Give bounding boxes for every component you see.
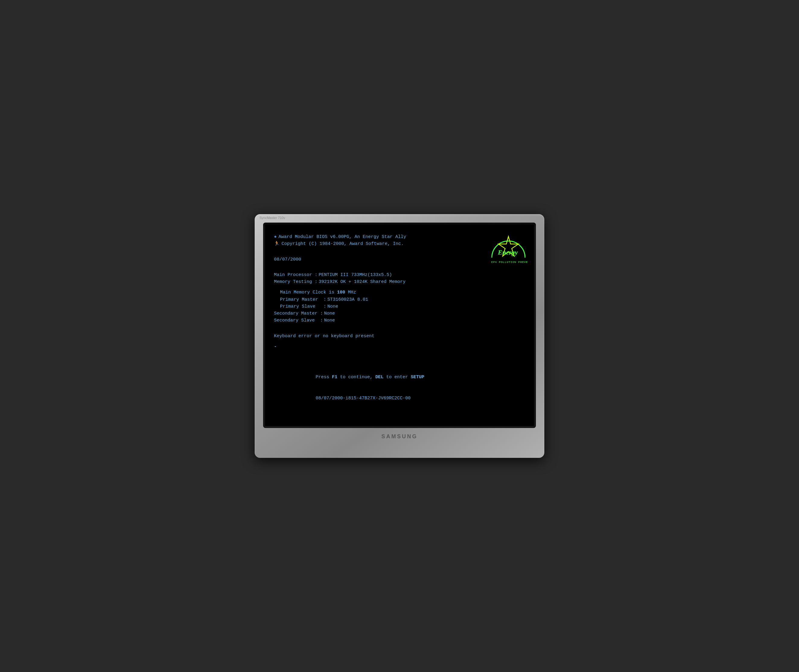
bios-icon-run: 🏃	[274, 240, 280, 247]
primary-slave-value: None	[327, 303, 338, 310]
press-del-setup: to enter	[384, 374, 411, 380]
primary-master-value: ST3160023A 8.01	[327, 296, 368, 303]
monitor-bottom: SAMSUNG	[263, 432, 536, 440]
primary-slave-label: Primary Slave :	[280, 303, 326, 310]
monitor-screen: Energy EPA POLLUTION PREVENTER ● Award M…	[265, 224, 534, 426]
secondary-master-label: Secondary Master :	[274, 310, 323, 317]
clock-unit: MHz	[345, 289, 356, 296]
bios-press-line: Press F1 to continue, DEL to enter SETUP	[283, 367, 516, 388]
press-f1-key: F1	[332, 374, 337, 380]
bios-date: 08/07/2000	[274, 256, 525, 263]
secondary-master-value: None	[324, 310, 335, 317]
bios-line-2: 🏃 Copyright (C) 1984-2000, Award Softwar…	[274, 240, 525, 247]
press-f1-text: Press	[315, 374, 332, 380]
bios-keyboard-error-line: Keyboard error or no keyboard present	[274, 333, 525, 340]
processor-value: PENTIUM III 733MHz(133x5.5)	[319, 272, 392, 278]
bios-clock-line: Main Memory Clock is 100 MHz	[274, 289, 525, 296]
clock-value: 100	[337, 289, 345, 296]
bios-primary-master-line: Primary Master : ST3160023A 8.01	[274, 296, 525, 303]
secondary-slave-value: None	[324, 317, 335, 324]
bios-icon-person: ●	[274, 234, 277, 240]
bios-string-line: 08/07/2000-i815-47B27X-JV69RC2CC-00	[283, 387, 516, 409]
primary-master-label: Primary Master :	[280, 296, 326, 303]
bios-secondary-master-line: Secondary Master : None	[274, 310, 525, 317]
bios-string: 08/07/2000-i815-47B27X-JV69RC2CC-00	[315, 396, 411, 401]
press-setup-key: SETUP	[411, 374, 424, 380]
monitor-screen-bezel: Energy EPA POLLUTION PREVENTER ● Award M…	[263, 222, 536, 428]
bios-line1-text: Award Modular BIOS v6.00PG, An Energy St…	[279, 234, 406, 240]
press-f1-continue: to continue,	[337, 374, 375, 380]
bios-cursor-line: -	[274, 343, 525, 350]
memory-value: 392192K OK + 1024K Shared Memory	[319, 278, 405, 285]
bios-content: ● Award Modular BIOS v6.00PG, An Energy …	[274, 234, 525, 417]
bios-secondary-slave-line: Secondary Slave : None	[274, 317, 525, 324]
bios-processor-line: Main Processor : PENTIUM III 733MHz(133x…	[274, 272, 525, 278]
memory-label: Memory Testing :	[274, 278, 317, 285]
monitor-outer: SyncMaster 710v Energy EPA POLLUTION PRE…	[255, 214, 544, 458]
monitor-model-label: SyncMaster 710v	[259, 216, 285, 219]
bios-primary-slave-line: Primary Slave : None	[274, 303, 525, 310]
secondary-slave-label: Secondary Slave :	[274, 317, 323, 324]
keyboard-error-text: Keyboard error or no keyboard present	[274, 333, 375, 340]
clock-label: Main Memory Clock is	[280, 289, 337, 296]
bios-memory-line: Memory Testing : 392192K OK + 1024K Shar…	[274, 278, 525, 285]
bios-cursor: -	[274, 343, 277, 350]
processor-label: Main Processor :	[274, 272, 317, 278]
brand-label: SAMSUNG	[381, 434, 418, 440]
bios-line2-text: Copyright (C) 1984-2000, Award Software,…	[282, 240, 404, 247]
bios-line-1: ● Award Modular BIOS v6.00PG, An Energy …	[274, 234, 525, 240]
press-del-key: DEL	[375, 374, 384, 380]
